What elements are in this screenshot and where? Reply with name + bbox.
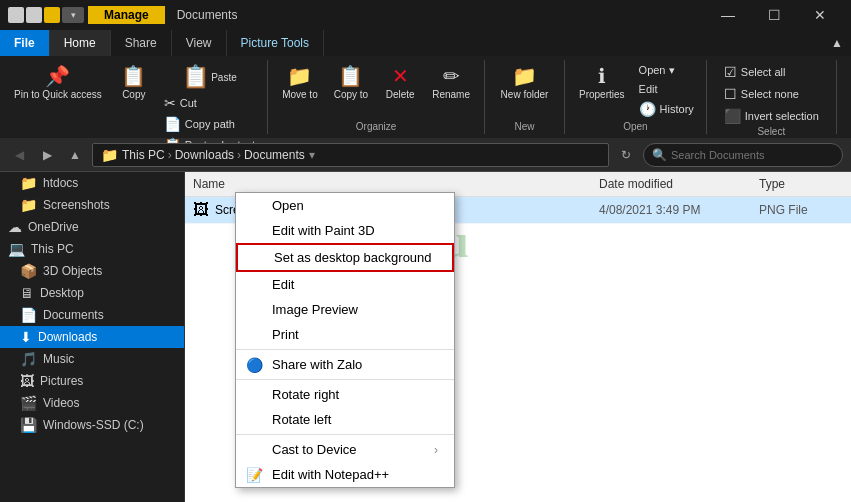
context-menu-item-edit[interactable]: Edit xyxy=(236,272,454,297)
tab-picture-tools[interactable]: Picture Tools xyxy=(227,30,324,56)
sidebar-label: This PC xyxy=(31,242,74,256)
search-icon: 🔍 xyxy=(652,148,667,162)
sidebar-icon: 🖼 xyxy=(20,373,34,389)
sidebar-item-pictures[interactable]: 🖼Pictures xyxy=(0,370,184,392)
paste-button[interactable]: 📋 Paste xyxy=(160,62,259,93)
paste-icon: 📋 xyxy=(182,64,209,90)
sidebar-label: Documents xyxy=(43,308,104,322)
rename-button[interactable]: ✏ Rename xyxy=(426,62,476,102)
context-menu-item-print[interactable]: Print xyxy=(236,322,454,347)
history-button[interactable]: 🕐 History xyxy=(635,99,698,119)
open-group-content: ℹ Properties Open ▾ Edit 🕐 History xyxy=(573,60,698,121)
back-button[interactable]: ◀ xyxy=(8,144,30,166)
path-dropdown[interactable]: ▾ xyxy=(309,148,315,162)
up-button[interactable]: ▲ xyxy=(64,144,86,166)
ribbon-expand[interactable]: ▲ xyxy=(823,30,851,56)
move-label: Move to xyxy=(282,89,318,100)
sidebar-label: OneDrive xyxy=(28,220,79,234)
open-group: ℹ Properties Open ▾ Edit 🕐 History Open xyxy=(565,60,707,134)
new-label: New xyxy=(514,121,534,134)
search-box[interactable]: 🔍 xyxy=(643,143,843,167)
sidebar-item-3d-objects[interactable]: 📦3D Objects xyxy=(0,260,184,282)
copy-path-label: Copy path xyxy=(185,118,235,130)
sidebar-item-onedrive[interactable]: ☁OneDrive xyxy=(0,216,184,238)
sidebar-item-windows-ssd-c:[interactable]: 💾Windows-SSD (C:) xyxy=(0,414,184,436)
col-header-type[interactable]: Type xyxy=(751,175,851,193)
copy-to-label: Copy to xyxy=(334,89,368,100)
cut-label: Cut xyxy=(180,97,197,109)
minimize-button[interactable]: — xyxy=(705,0,751,30)
close-button[interactable]: ✕ xyxy=(797,0,843,30)
sidebar-label: Pictures xyxy=(40,374,83,388)
copy-to-button[interactable]: 📋 Copy to xyxy=(328,62,374,102)
ctx-separator xyxy=(236,349,454,350)
path-thispc[interactable]: This PC xyxy=(122,148,165,162)
invert-icon: ⬛ xyxy=(724,108,741,124)
clipboard-group-content: 📌 Pin to Quick access 📋 Copy 📋 Paste ✂ C… xyxy=(8,60,259,155)
sidebar-label: htdocs xyxy=(43,176,78,190)
delete-button[interactable]: ✕ Delete xyxy=(378,62,422,102)
context-menu-item-image-preview[interactable]: Image Preview xyxy=(236,297,454,322)
context-menu-item-cast-to-device[interactable]: Cast to Device › xyxy=(236,437,454,462)
sidebar-item-desktop[interactable]: 🖥Desktop xyxy=(0,282,184,304)
context-menu-item-set-as-desktop-background[interactable]: Set as desktop background xyxy=(236,243,454,272)
ctx-label: Cast to Device xyxy=(272,442,357,457)
path-documents[interactable]: Documents xyxy=(244,148,305,162)
properties-icon: ℹ xyxy=(598,64,606,88)
paste-column: 📋 Paste ✂ Cut 📄 Copy path 📋 Paste shortc… xyxy=(160,62,259,155)
maximize-button[interactable]: ☐ xyxy=(751,0,797,30)
properties-button[interactable]: ℹ Properties xyxy=(573,62,631,102)
tab-file[interactable]: File xyxy=(0,30,50,56)
sidebar-icon: 📁 xyxy=(20,175,37,191)
cut-icon: ✂ xyxy=(164,95,176,111)
context-menu-item-rotate-left[interactable]: Rotate left xyxy=(236,407,454,432)
main-area: 📁htdocs📁Screenshots☁OneDrive💻This PC📦3D … xyxy=(0,172,851,502)
tab-share[interactable]: Share xyxy=(111,30,172,56)
address-path[interactable]: 📁 This PC › Downloads › Documents ▾ xyxy=(92,143,609,167)
select-all-button[interactable]: ☑ Select all xyxy=(720,62,823,82)
refresh-button[interactable]: ↻ xyxy=(615,144,637,166)
ctx-label: Edit with Notepad++ xyxy=(272,467,389,482)
context-menu-item-edit-with-notepad++[interactable]: 📝 Edit with Notepad++ xyxy=(236,462,454,487)
tb-icon-3 xyxy=(44,7,60,23)
open-button[interactable]: Open ▾ xyxy=(635,62,698,79)
new-folder-button[interactable]: 📁 New folder xyxy=(495,62,555,102)
sidebar-item-documents[interactable]: 📄Documents xyxy=(0,304,184,326)
copy-button[interactable]: 📋 Copy xyxy=(112,62,156,102)
clipboard-group: 📌 Pin to Quick access 📋 Copy 📋 Paste ✂ C… xyxy=(0,60,268,134)
invert-selection-button[interactable]: ⬛ Invert selection xyxy=(720,106,823,126)
manage-tab[interactable]: Manage xyxy=(88,6,165,24)
context-menu-item-open[interactable]: Open xyxy=(236,193,454,218)
context-menu-item-rotate-right[interactable]: Rotate right xyxy=(236,382,454,407)
context-menu-item-edit-with-paint-3d[interactable]: Edit with Paint 3D xyxy=(236,218,454,243)
copy-path-button[interactable]: 📄 Copy path xyxy=(160,114,259,134)
window-icons: ▾ xyxy=(8,7,84,23)
search-input[interactable] xyxy=(671,149,834,161)
pin-quick-access-button[interactable]: 📌 Pin to Quick access xyxy=(8,62,108,103)
sidebar-label: Videos xyxy=(43,396,79,410)
move-to-button[interactable]: 📁 Move to xyxy=(276,62,324,102)
path-downloads[interactable]: Downloads xyxy=(175,148,234,162)
select-none-icon: ☐ xyxy=(724,86,737,102)
file-icon: 🖼 xyxy=(193,201,209,219)
select-none-button[interactable]: ☐ Select none xyxy=(720,84,823,104)
sidebar-item-screenshots[interactable]: 📁Screenshots xyxy=(0,194,184,216)
window-title: Documents xyxy=(177,8,238,22)
cut-button[interactable]: ✂ Cut xyxy=(160,93,259,113)
tb-dropdown[interactable]: ▾ xyxy=(62,7,84,23)
col-header-name[interactable]: Name xyxy=(185,175,591,193)
context-menu-item-share-with-zalo[interactable]: 🔵 Share with Zalo xyxy=(236,352,454,377)
tab-home[interactable]: Home xyxy=(50,30,111,56)
edit-button[interactable]: Edit xyxy=(635,81,698,97)
sidebar-item-this-pc[interactable]: 💻This PC xyxy=(0,238,184,260)
sidebar-item-videos[interactable]: 🎬Videos xyxy=(0,392,184,414)
sidebar-item-downloads[interactable]: ⬇Downloads xyxy=(0,326,184,348)
ctx-icon: 🔵 xyxy=(246,357,263,373)
select-all-label: Select all xyxy=(741,66,786,78)
tab-view[interactable]: View xyxy=(172,30,227,56)
col-header-date[interactable]: Date modified xyxy=(591,175,751,193)
sidebar-item-music[interactable]: 🎵Music xyxy=(0,348,184,370)
sidebar-item-htdocs[interactable]: 📁htdocs xyxy=(0,172,184,194)
delete-label: Delete xyxy=(386,89,415,100)
forward-button[interactable]: ▶ xyxy=(36,144,58,166)
